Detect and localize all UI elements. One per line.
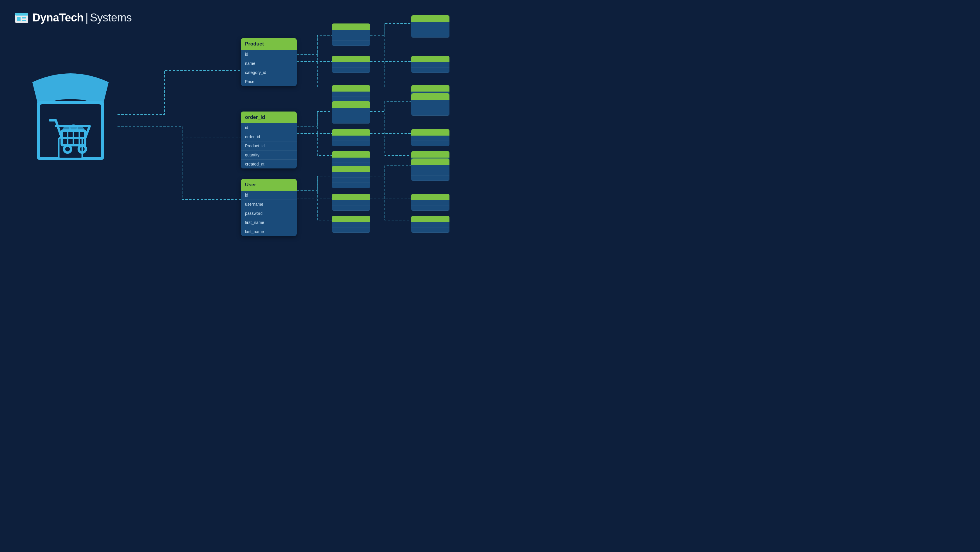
- table-row: last_name: [241, 227, 297, 236]
- svg-point-14: [69, 124, 78, 132]
- mini-table: [332, 166, 370, 188]
- mini-table: [411, 93, 449, 116]
- table-row: quantity: [241, 151, 297, 160]
- mini-table: [411, 56, 449, 73]
- table-row: id: [241, 191, 297, 200]
- table-row: Price: [241, 77, 297, 86]
- user-table-header: User: [241, 179, 297, 191]
- table-row: id: [241, 123, 297, 132]
- table-row: password: [241, 209, 297, 218]
- mini-table: [332, 24, 370, 46]
- table-row: order_id: [241, 132, 297, 141]
- table-row: created_at: [241, 160, 297, 168]
- store-icon: [24, 47, 118, 170]
- svg-rect-2: [17, 17, 21, 21]
- orderid-table: order_id id order_id Product_id quantity…: [241, 111, 297, 168]
- logo: DynaTech|Systems: [15, 11, 132, 25]
- mini-table: [411, 216, 449, 233]
- orderid-table-header: order_id: [241, 111, 297, 123]
- mini-table: [332, 129, 370, 146]
- logo-text: DynaTech|Systems: [32, 11, 132, 24]
- table-row: category_id: [241, 68, 297, 77]
- mini-table: [411, 15, 449, 38]
- mini-table: [332, 194, 370, 211]
- svg-point-15: [76, 127, 84, 132]
- orderid-table-body: id order_id Product_id quantity created_…: [241, 123, 297, 168]
- mini-table: [411, 159, 449, 181]
- mini-table: [332, 216, 370, 233]
- table-row: id: [241, 50, 297, 59]
- product-table-header: Product: [241, 38, 297, 50]
- mini-table: [411, 194, 449, 211]
- table-row: Product_id: [241, 141, 297, 151]
- mini-table: [332, 101, 370, 124]
- product-table-body: id name category_id Price: [241, 50, 297, 86]
- user-table-body: id username password first_name last_nam…: [241, 191, 297, 236]
- mini-table: [332, 85, 370, 102]
- svg-rect-4: [22, 20, 26, 21]
- mini-table: [411, 129, 449, 146]
- table-row: first_name: [241, 218, 297, 227]
- table-row: name: [241, 59, 297, 68]
- user-table: User id username password first_name las…: [241, 179, 297, 236]
- table-row: username: [241, 200, 297, 209]
- logo-icon: [15, 11, 29, 25]
- product-table: Product id name category_id Price: [241, 38, 297, 86]
- mini-table: [332, 56, 370, 73]
- svg-rect-3: [22, 17, 26, 19]
- svg-rect-1: [15, 13, 28, 16]
